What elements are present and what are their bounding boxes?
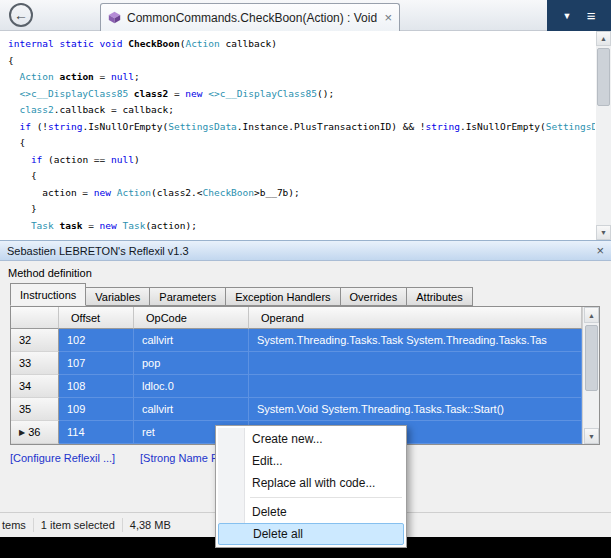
row-header-36[interactable]: ▶36 xyxy=(11,421,59,444)
code-line: } xyxy=(8,201,595,218)
grid-cell-opcode[interactable]: callvirt xyxy=(134,398,249,421)
code-line: { xyxy=(8,53,595,70)
toolbar: ← CommonCommands.CheckBoon(Action) : Voi… xyxy=(0,0,611,31)
tab-strip: InstructionsVariablesParametersException… xyxy=(10,283,472,306)
row-header-32[interactable]: 32 xyxy=(11,329,59,352)
code-line: { xyxy=(8,135,595,152)
menu-icon[interactable]: ≡ xyxy=(587,7,596,24)
app-window: ← CommonCommands.CheckBoon(Action) : Voi… xyxy=(0,0,611,558)
back-arrow-icon: ← xyxy=(14,7,28,23)
grid-cell-operand[interactable]: System.Void System.Threading.Tasks.Task:… xyxy=(249,398,582,421)
grid-cell-opcode[interactable]: callvirt xyxy=(134,329,249,352)
code-editor[interactable]: internal static void CheckBoon(Action ca… xyxy=(0,31,611,240)
strong-name-link[interactable]: [Strong Name R xyxy=(140,452,219,464)
grid-row-32[interactable]: 32102callvirtSystem.Threading.Tasks.Task… xyxy=(11,329,582,352)
grid-scroll-down-button[interactable]: ▼ xyxy=(584,428,599,444)
menu-item-edit[interactable]: Edit... xyxy=(218,450,404,472)
grid-cell-offset[interactable]: 109 xyxy=(59,398,134,421)
tab-exception-handlers[interactable]: Exception Handlers xyxy=(225,287,340,306)
code-line: if (!string.IsNullOrEmpty(SettingsData.I… xyxy=(8,119,595,136)
panel-close-icon[interactable]: × xyxy=(596,244,604,257)
grid-row-33[interactable]: 33107pop xyxy=(11,352,582,375)
grid-cell-operand[interactable] xyxy=(249,352,582,375)
code-line: class2.callback = callback; xyxy=(8,102,595,119)
menu-separator xyxy=(250,497,402,498)
status-item-0: tems xyxy=(0,519,33,531)
arrow-up-icon: ▲ xyxy=(588,312,595,319)
grid-scrollbar[interactable]: ▲ ▼ xyxy=(582,307,599,444)
arrow-down-icon: ▼ xyxy=(588,433,595,440)
back-button[interactable]: ← xyxy=(9,3,33,27)
grid-cell-offset[interactable]: 107 xyxy=(59,352,134,375)
row-number: 35 xyxy=(19,403,31,415)
row-number: 34 xyxy=(19,380,31,392)
context-menu: Create new...Edit...Replace all with cod… xyxy=(215,425,407,548)
grid-cell-offset[interactable]: 114 xyxy=(59,421,134,444)
code-line: <>c__DisplayClass85 class2 = new <>c__Di… xyxy=(8,86,595,103)
column-header-offset[interactable]: Offset xyxy=(59,307,134,329)
menu-item-delete-all[interactable]: Delete all xyxy=(218,523,404,545)
tab-title: CommonCommands.CheckBoon(Action) : Void xyxy=(127,11,378,25)
tab-instructions[interactable]: Instructions xyxy=(10,283,86,306)
tab-parameters[interactable]: Parameters xyxy=(149,287,226,306)
grid-cell-opcode[interactable]: ldloc.0 xyxy=(134,375,249,398)
grid-row-35[interactable]: 35109callvirtSystem.Void System.Threadin… xyxy=(11,398,582,421)
document-tab[interactable]: CommonCommands.CheckBoon(Action) : Void … xyxy=(100,3,400,31)
code-line: Task task = new Task(action); xyxy=(8,218,595,235)
code-line: internal static void CheckBoon(Action ca… xyxy=(8,36,595,53)
window-corner-controls: ▼ ≡ xyxy=(547,0,611,31)
column-header-opcode[interactable]: OpCode xyxy=(134,307,249,329)
row-header-34[interactable]: 34 xyxy=(11,375,59,398)
grid-row-34[interactable]: 34108ldloc.0 xyxy=(11,375,582,398)
tab-attributes[interactable]: Attributes xyxy=(406,287,472,306)
menu-item-create-new[interactable]: Create new... xyxy=(218,428,404,450)
context-menu-items: Create new...Edit...Replace all with cod… xyxy=(218,428,404,545)
status-item-1: 1 item selected xyxy=(34,519,122,531)
configure-reflexil-link[interactable]: [Configure Reflexil ...] xyxy=(10,452,115,464)
scroll-down-button[interactable]: ▼ xyxy=(596,225,611,240)
status-item-2: 4,38 MB xyxy=(123,519,178,531)
grid-cell-opcode[interactable]: pop xyxy=(134,352,249,375)
tab-close-icon[interactable]: × xyxy=(384,11,392,24)
arrow-down-icon: ▼ xyxy=(600,229,607,236)
grid-scrollbar-thumb[interactable] xyxy=(585,325,598,391)
row-number: 36 xyxy=(28,426,40,438)
menu-item-delete[interactable]: Delete xyxy=(218,501,404,523)
grid-scroll-up-button[interactable]: ▲ xyxy=(584,307,599,323)
grid-cell-offset[interactable]: 108 xyxy=(59,375,134,398)
scrollbar-thumb[interactable] xyxy=(597,48,610,106)
grid-cell-operand[interactable]: System.Threading.Tasks.Task System.Threa… xyxy=(249,329,582,352)
method-definition-label: Method definition xyxy=(8,267,92,279)
code-scrollbar[interactable]: ▲ ▼ xyxy=(596,31,611,240)
reflexil-panel-header: Sebastien LEBRETON's Reflexil v1.3 × xyxy=(0,240,611,261)
grid-corner-cell[interactable] xyxy=(11,307,59,329)
reflexil-title: Sebastien LEBRETON's Reflexil v1.3 xyxy=(7,245,596,257)
code-line: { xyxy=(8,168,595,185)
column-header-operand[interactable]: Operand xyxy=(249,307,582,329)
dropdown-caret-icon[interactable]: ▼ xyxy=(562,11,571,21)
row-number: 32 xyxy=(19,334,31,346)
current-row-arrow-icon: ▶ xyxy=(19,428,25,437)
grid-cell-offset[interactable]: 102 xyxy=(59,329,134,352)
tab-variables[interactable]: Variables xyxy=(85,287,150,306)
menu-item-replace-all-with-code[interactable]: Replace all with code... xyxy=(218,472,404,494)
code-lines: internal static void CheckBoon(Action ca… xyxy=(8,36,595,234)
grid-cell-operand[interactable] xyxy=(249,375,582,398)
grid-header: OffsetOpCodeOperand xyxy=(11,307,582,329)
scroll-up-button[interactable]: ▲ xyxy=(596,31,611,46)
method-icon xyxy=(108,11,121,24)
grid-content: OffsetOpCodeOperand 32102callvirtSystem.… xyxy=(11,307,582,444)
row-header-35[interactable]: 35 xyxy=(11,398,59,421)
code-line: Action action = null; xyxy=(8,69,595,86)
arrow-up-icon: ▲ xyxy=(600,35,607,42)
tab-overrides[interactable]: Overrides xyxy=(340,287,408,306)
row-number: 33 xyxy=(19,357,31,369)
code-line: if (action == null) xyxy=(8,152,595,169)
row-header-33[interactable]: 33 xyxy=(11,352,59,375)
code-line: action = new Action(class2.<CheckBoon>b_… xyxy=(8,185,595,202)
